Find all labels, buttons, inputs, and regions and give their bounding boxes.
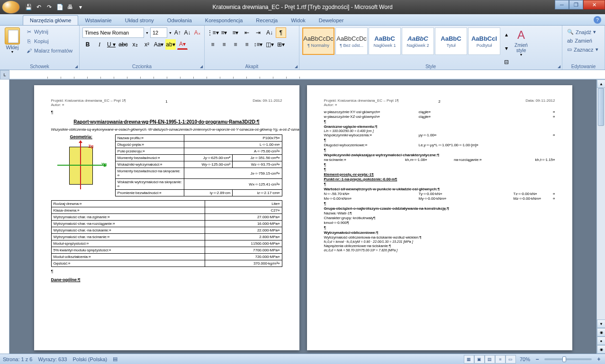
copy-button[interactable]: ⎘Kopiuj bbox=[24, 37, 74, 45]
zoom-thumb[interactable] bbox=[562, 356, 566, 362]
increase-indent-button[interactable]: ⇥ bbox=[253, 27, 263, 38]
zoom-level[interactable]: 70% bbox=[520, 356, 530, 362]
align-center-button[interactable]: ≡ bbox=[219, 39, 229, 50]
help-button[interactable]: ? bbox=[594, 16, 601, 24]
paragraph-dialog-launcher[interactable]: ◢ bbox=[295, 64, 298, 69]
outline-view[interactable]: ≡ bbox=[495, 355, 506, 364]
paste-dropdown-icon[interactable]: ▼ bbox=[11, 50, 14, 53]
document-page-1[interactable]: Projekt: Kratownica drewniana_EC – Pręt … bbox=[34, 85, 299, 350]
font-dialog-launcher[interactable]: ◢ bbox=[200, 64, 203, 69]
full-screen-view[interactable]: ▣ bbox=[474, 355, 485, 364]
tab-view[interactable]: Widok bbox=[284, 16, 312, 25]
font-size-select[interactable] bbox=[150, 27, 167, 38]
bullets-button[interactable]: ⋮≡▾ bbox=[208, 27, 218, 38]
redo-icon[interactable]: ↷ bbox=[45, 2, 54, 12]
tab-mail[interactable]: Korespondencja bbox=[199, 16, 250, 25]
show-marks-button[interactable]: ¶ bbox=[276, 27, 286, 38]
shrink-font-button[interactable]: A↓ bbox=[183, 27, 192, 38]
zoom-slider[interactable] bbox=[544, 358, 592, 360]
zoom-in-button[interactable]: + bbox=[596, 356, 602, 363]
print-icon[interactable]: 🖶 bbox=[65, 2, 75, 12]
office-button[interactable] bbox=[2, 0, 20, 14]
style-title[interactable]: AaBbC Tytuł bbox=[435, 27, 467, 55]
prev-page-button[interactable]: ◉ bbox=[597, 328, 605, 337]
word-count[interactable]: Wyrazy: 633 bbox=[38, 356, 67, 362]
styles-scroll-up[interactable]: ▴ bbox=[501, 30, 512, 39]
scroll-thumb[interactable] bbox=[598, 88, 604, 126]
print-layout-view[interactable]: ▦ bbox=[464, 355, 474, 364]
highlight-button[interactable]: ab▾ bbox=[165, 39, 176, 50]
tab-layout[interactable]: Układ strony bbox=[118, 16, 161, 25]
clear-formatting-button[interactable]: Aₓ bbox=[193, 27, 201, 38]
underline-button[interactable]: U ▾ bbox=[106, 39, 117, 50]
style-heading2[interactable]: AaBbC Nagłówek 2 bbox=[402, 27, 434, 55]
superscript-button[interactable]: x² bbox=[142, 39, 152, 50]
style-heading1[interactable]: AaBbC Nagłówek 1 bbox=[369, 27, 401, 55]
font-color-button[interactable]: A▾ bbox=[177, 39, 188, 50]
decrease-indent-button[interactable]: ⇤ bbox=[242, 27, 252, 38]
font-name-dropdown-icon[interactable]: ▼ bbox=[145, 31, 149, 35]
cut-button[interactable]: ✂Wytnij bbox=[24, 27, 74, 36]
text: Długości·wyboczeniowe:¤ bbox=[324, 143, 419, 147]
find-button[interactable]: 🔍Znajdź ▾ bbox=[565, 27, 602, 36]
font-name-select[interactable] bbox=[82, 27, 144, 38]
italic-button[interactable]: I bbox=[94, 39, 105, 50]
tab-home[interactable]: Narzędzia główne bbox=[23, 15, 78, 25]
section-title: Element·prosty,·nr·pręta:·1¶ bbox=[324, 172, 555, 177]
strikethrough-button[interactable]: abc bbox=[118, 39, 128, 50]
align-left-button[interactable]: ≡ bbox=[208, 39, 218, 50]
style-normal[interactable]: AaBbCcDc ¶ Normalny bbox=[302, 27, 334, 55]
change-case-button[interactable]: Aa▾ bbox=[154, 39, 164, 50]
subscript-button[interactable]: x₂ bbox=[130, 39, 140, 50]
justify-button[interactable]: ≡ bbox=[242, 39, 252, 50]
sort-button[interactable]: A↓ bbox=[264, 27, 275, 38]
close-button[interactable]: ✕ bbox=[583, 0, 605, 9]
scroll-down-button[interactable]: ▼ bbox=[597, 320, 605, 328]
style-subtitle[interactable]: AaBbCcI Podtytuł bbox=[468, 27, 500, 55]
page-status[interactable]: Strona: 1 z 6 bbox=[3, 356, 32, 362]
scroll-up-button[interactable]: ▲ bbox=[597, 80, 605, 88]
clipboard-dialog-launcher[interactable]: ◢ bbox=[75, 64, 78, 69]
paste-button[interactable]: Wklej ▼ bbox=[3, 27, 22, 69]
vertical-ruler[interactable] bbox=[0, 80, 9, 354]
text: kmod·=·0.900¶ bbox=[324, 221, 555, 225]
grow-font-button[interactable]: A↑ bbox=[173, 27, 182, 38]
format-painter-button[interactable]: 🖌Malarz formatów bbox=[24, 46, 74, 55]
new-icon[interactable]: 📄 bbox=[55, 2, 64, 12]
vertical-scrollbar[interactable]: ▲ ▼ ◉ ● ◉ bbox=[596, 80, 605, 354]
replace-button[interactable]: abZamień bbox=[565, 36, 602, 45]
maximize-button[interactable]: ❐ bbox=[569, 0, 583, 9]
tab-insert[interactable]: Wstawianie bbox=[78, 16, 118, 25]
tab-selector[interactable]: L bbox=[0, 70, 9, 80]
tab-references[interactable]: Odwołania bbox=[161, 16, 199, 25]
borders-button[interactable]: ⊞▾ bbox=[276, 39, 286, 50]
qat-dropdown-icon[interactable]: ▾ bbox=[76, 2, 85, 12]
numbering-button[interactable]: ≡▾ bbox=[219, 27, 229, 38]
multilevel-button[interactable]: ≡▾ bbox=[230, 27, 241, 38]
horizontal-ruler[interactable]: 1234567891011121314151617181920 bbox=[9, 70, 605, 79]
styles-scroll-down[interactable]: ▾ bbox=[501, 44, 512, 53]
change-styles-button[interactable]: A Zmień style ▼ bbox=[511, 27, 532, 69]
select-button[interactable]: ▭Zaznacz ▾ bbox=[565, 45, 602, 54]
tab-developer[interactable]: Deweloper bbox=[312, 16, 351, 25]
bold-button[interactable]: B bbox=[82, 39, 93, 50]
shading-button[interactable]: ◫▾ bbox=[264, 39, 275, 50]
draft-view[interactable]: ▭ bbox=[506, 355, 516, 364]
tab-review[interactable]: Recenzja bbox=[249, 16, 284, 25]
browse-object-button[interactable]: ● bbox=[597, 337, 605, 345]
zoom-out-button[interactable]: − bbox=[534, 356, 541, 363]
styles-dialog-launcher[interactable]: ◢ bbox=[558, 64, 560, 69]
minimize-button[interactable]: ─ bbox=[555, 0, 569, 9]
line-spacing-button[interactable]: ↕≡▾ bbox=[253, 39, 263, 50]
page-number: 1 bbox=[165, 99, 167, 104]
save-icon[interactable]: 💾 bbox=[24, 2, 33, 12]
next-page-button[interactable]: ◉ bbox=[597, 345, 605, 354]
font-size-dropdown-icon[interactable]: ▼ bbox=[169, 31, 172, 35]
web-layout-view[interactable]: ▤ bbox=[485, 355, 495, 364]
document-page-2[interactable]: Projekt: Kratownica drewniana_EC – Pręt … bbox=[307, 85, 572, 350]
style-nospacing[interactable]: AaBbCcDc ¶ Bez odst... bbox=[335, 27, 368, 55]
language-status[interactable]: Polski (Polska) bbox=[72, 356, 107, 362]
undo-icon[interactable]: ↶ bbox=[34, 2, 44, 12]
macro-icon[interactable]: ▤ bbox=[113, 356, 117, 362]
align-right-button[interactable]: ≡ bbox=[230, 39, 241, 50]
